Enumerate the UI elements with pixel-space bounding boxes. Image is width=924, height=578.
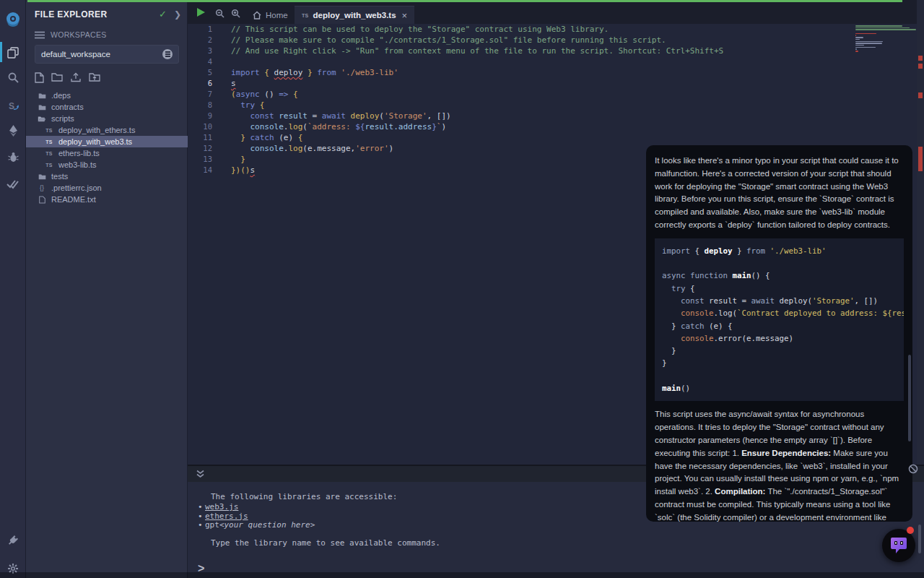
- popup-intro-paragraph: It looks like there's a minor typo in yo…: [655, 155, 904, 232]
- minimap-line: [855, 37, 863, 38]
- ts-icon: TS: [43, 151, 55, 156]
- tab-deploy-with-web3[interactable]: TS deploy_with_web3.ts ×: [295, 6, 414, 24]
- file-label: contracts: [51, 103, 84, 111]
- svg-text:S: S: [9, 101, 14, 111]
- unit-testing-icon[interactable]: [0, 173, 26, 195]
- minimap-line: [855, 39, 860, 40]
- file-explorer-panel: FILE EXPLORER ✓ ❯ WORKSPACES default_wor…: [26, 0, 188, 578]
- bullet: •: [198, 512, 205, 521]
- upload-file-icon[interactable]: [70, 72, 82, 82]
- workspace-name: default_workspace: [41, 50, 162, 59]
- file-label: scripts: [51, 114, 74, 123]
- bottom-shade: [0, 572, 924, 578]
- zoom-out-icon[interactable]: [215, 9, 225, 18]
- plugin-manager-icon[interactable]: [0, 529, 26, 551]
- popup-code-line: }: [662, 345, 897, 357]
- minimap-line: [855, 25, 902, 27]
- error-mark: [918, 64, 923, 69]
- debugger-icon[interactable]: [0, 146, 26, 168]
- file-tree: .depscontractsscriptsTSdeploy_with_ether…: [26, 90, 188, 205]
- line-number: 5: [188, 67, 222, 78]
- chevron-right-icon[interactable]: ❯: [174, 9, 181, 20]
- popup-code-block[interactable]: import { deploy } from './web3-lib' asyn…: [655, 238, 904, 402]
- file-actions-toolbar: [35, 72, 100, 83]
- new-folder-icon[interactable]: [51, 72, 63, 82]
- file-label: web3-lib.ts: [58, 160, 97, 169]
- popup-code-line: [662, 257, 897, 269]
- close-tab-icon[interactable]: ×: [402, 10, 408, 21]
- file-row[interactable]: .deps: [26, 90, 188, 101]
- hamburger-menu-icon[interactable]: [35, 31, 45, 39]
- solidity-compiler-icon[interactable]: S: [0, 95, 26, 117]
- file-row[interactable]: {}.prettierrc.json: [26, 182, 188, 194]
- tab-home[interactable]: Home: [245, 6, 295, 24]
- chat-bot-icon: [889, 535, 908, 556]
- tab-home-label: Home: [266, 11, 288, 20]
- file-label: deploy_with_ethers.ts: [58, 126, 135, 134]
- minimap-line: [855, 48, 857, 50]
- expand-terminal-icon[interactable]: [196, 470, 204, 478]
- file-row[interactable]: contracts: [26, 101, 188, 113]
- workspace-menu-icon[interactable]: [162, 49, 173, 59]
- line-number: 4: [188, 56, 222, 67]
- zoom-in-icon[interactable]: [231, 9, 240, 18]
- popup-explanation-paragraph: This script uses the async/await syntax …: [655, 408, 904, 522]
- error-mark: [918, 147, 923, 171]
- file-label: .deps: [51, 91, 71, 100]
- run-script-button[interactable]: [196, 7, 206, 17]
- error-mark: [918, 56, 923, 61]
- remix-logo-icon[interactable]: [0, 7, 26, 32]
- file-row[interactable]: TSethers-lib.ts: [26, 147, 188, 159]
- bold-term: Compilation:: [715, 487, 765, 496]
- library-link[interactable]: ethers.js: [205, 512, 248, 521]
- file-row[interactable]: README.txt: [26, 194, 188, 205]
- file-row[interactable]: scripts: [26, 113, 188, 124]
- upload-folder-icon[interactable]: [89, 72, 100, 82]
- library-link[interactable]: web3.js: [205, 503, 238, 512]
- terminal-hint-line: Type the library name to see available c…: [211, 538, 924, 548]
- icon-rail: S: [0, 0, 26, 578]
- minimap-line: [855, 51, 858, 52]
- new-file-icon[interactable]: [35, 72, 44, 83]
- loading-progress-bar: [27, 0, 902, 2]
- file-row[interactable]: tests: [26, 171, 188, 182]
- terminal-list-item: •gpt <your question here>: [198, 521, 924, 530]
- code-line: const result = await deploy('Storage', […: [231, 111, 845, 121]
- code-line: [231, 56, 845, 67]
- ts-icon: TS: [43, 139, 55, 144]
- minimap-line: [855, 45, 864, 46]
- popup-code-line: console.log(`Contract deployed to addres…: [662, 307, 897, 319]
- line-number: 7: [188, 89, 222, 100]
- line-number: 14: [188, 165, 222, 176]
- workspaces-row: WORKSPACES: [35, 30, 106, 39]
- editor-tabbar: Home TS deploy_with_web3.ts ×: [188, 0, 924, 24]
- check-icon: ✓: [159, 9, 167, 20]
- line-number: 9: [188, 111, 222, 121]
- workspace-select[interactable]: default_workspace: [35, 45, 179, 64]
- json-icon: {}: [36, 184, 48, 191]
- search-icon[interactable]: [0, 66, 26, 88]
- popup-code-line: [662, 370, 897, 382]
- editor-minimap[interactable]: [855, 25, 916, 53]
- file-row[interactable]: TSdeploy_with_web3.ts: [26, 136, 188, 147]
- ts-file-badge: TS: [302, 13, 309, 18]
- file-explorer-icon[interactable]: [0, 42, 26, 64]
- file-row[interactable]: TSweb3-lib.ts: [26, 159, 188, 171]
- minimap-line: [855, 43, 882, 44]
- minimap-line: [855, 33, 876, 35]
- bullet: •: [198, 503, 205, 512]
- line-number: 6: [188, 78, 222, 89]
- ai-assistant-popup: It looks like there's a minor typo in yo…: [646, 145, 912, 522]
- deploy-run-icon[interactable]: [0, 120, 26, 142]
- file-row[interactable]: TSdeploy_with_ethers.ts: [26, 124, 188, 136]
- line-number: 10: [188, 121, 222, 132]
- blocked-cursor-icon: [908, 464, 918, 477]
- popup-scrollbar[interactable]: [908, 355, 911, 441]
- file-label: tests: [51, 172, 68, 181]
- popup-code-line: try {: [662, 282, 897, 295]
- overview-ruler[interactable]: [917, 0, 924, 466]
- placeholder-hint: <your question here>: [219, 521, 315, 530]
- code-line: try {: [231, 100, 845, 111]
- line-number: 11: [188, 132, 222, 143]
- page-scrollbar[interactable]: [918, 525, 921, 553]
